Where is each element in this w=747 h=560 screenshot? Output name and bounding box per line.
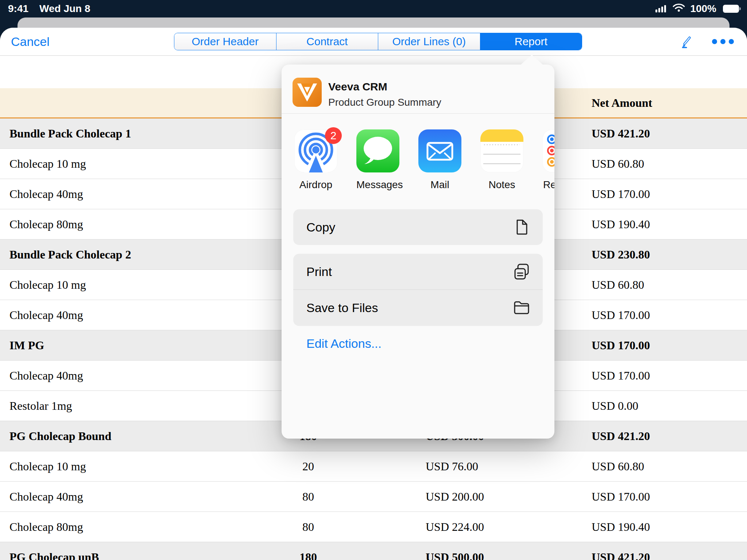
net-amount-cell: USD 421.20 <box>592 421 650 451</box>
cellular-signal-icon <box>655 5 666 12</box>
divider <box>282 113 554 114</box>
net-amount-cell: USD 60.80 <box>592 451 644 481</box>
edit-actions-link[interactable]: Edit Actions... <box>306 337 382 351</box>
mail-icon <box>418 129 461 172</box>
share-targets-row: 2 Airdrop <box>294 129 554 191</box>
more-options-icon[interactable] <box>712 39 734 44</box>
net-amount-cell: USD 170.00 <box>592 482 650 512</box>
messages-icon <box>356 129 399 172</box>
share-target-label: Mail <box>418 179 461 191</box>
net-amount-column-header: Net Amount <box>592 88 652 117</box>
status-bar: 9:41 Wed Jun 8 100% <box>0 0 747 18</box>
amount-cell: USD 500.00 <box>426 542 484 560</box>
net-amount-cell: USD 421.20 <box>592 542 650 560</box>
product-name-cell: Cholecap 40mg <box>9 482 83 512</box>
net-amount-cell: USD 170.00 <box>592 300 650 330</box>
quantity-cell: 80 <box>285 512 332 542</box>
quantity-cell: 180 <box>285 542 332 560</box>
table-row: Cholecap 80mg80USD 224.00USD 190.40 <box>0 512 747 542</box>
status-date: Wed Jun 8 <box>39 3 90 15</box>
share-target-mail[interactable]: Mail <box>418 129 461 191</box>
tab-contract[interactable]: Contract <box>276 33 378 50</box>
status-time: 9:41 <box>8 3 28 15</box>
printer-icon <box>513 263 530 280</box>
share-target-label: Airdrop <box>294 179 337 191</box>
battery-percent: 100% <box>690 3 716 15</box>
amount-cell: USD 76.00 <box>426 451 478 481</box>
battery-icon <box>723 5 739 13</box>
tab-segmented-control: Order Header Contract Order Lines (0) Re… <box>174 33 582 50</box>
product-name-cell: PG Cholecap unB <box>9 542 99 560</box>
share-target-label: Re <box>542 179 554 191</box>
product-name-cell: Cholecap 80mg <box>9 209 83 239</box>
print-button[interactable]: Print <box>293 254 543 289</box>
product-name-cell: Cholecap 10 mg <box>9 270 86 300</box>
tab-order-lines[interactable]: Order Lines (0) <box>378 33 480 50</box>
product-name-cell: Cholecap 80mg <box>9 512 83 542</box>
share-sheet-header: Veeva CRM Product Group Summary <box>282 65 554 113</box>
product-name-cell: Cholecap 10 mg <box>9 149 86 179</box>
share-target-label: Notes <box>480 179 523 191</box>
net-amount-cell: USD 170.00 <box>592 330 650 360</box>
product-name-cell: Restolar 1mg <box>9 391 72 421</box>
product-name-cell: Cholecap 40mg <box>9 300 83 330</box>
net-amount-cell: USD 170.00 <box>592 179 650 209</box>
share-target-reminders[interactable]: Re <box>542 129 554 191</box>
share-document-title: Product Group Summary <box>328 97 441 108</box>
airdrop-badge: 2 <box>325 127 342 144</box>
document-icon <box>513 218 530 236</box>
copy-button[interactable]: Copy <box>293 209 543 245</box>
product-name-cell: Cholecap 40mg <box>9 179 83 209</box>
wifi-icon <box>673 3 685 15</box>
net-amount-cell: USD 421.20 <box>592 118 650 148</box>
tab-report[interactable]: Report <box>480 33 582 50</box>
quantity-cell: 20 <box>285 451 332 481</box>
veeva-crm-app-icon <box>293 78 322 107</box>
copy-label: Copy <box>306 209 335 245</box>
amount-cell: USD 200.00 <box>426 482 484 512</box>
save-to-files-button[interactable]: Save to Files <box>293 290 543 326</box>
product-name-cell: IM PG <box>9 330 44 360</box>
product-name-cell: Cholecap 40mg <box>9 361 83 390</box>
print-save-action-group: Print Save to Files <box>293 254 543 326</box>
amount-cell: USD 224.00 <box>426 512 484 542</box>
copy-action-group: Copy <box>293 209 543 245</box>
net-amount-cell: USD 230.80 <box>592 240 650 269</box>
table-row: Cholecap 10 mg20USD 76.00USD 60.80 <box>0 451 747 482</box>
net-amount-cell: USD 170.00 <box>592 361 650 390</box>
share-target-notes[interactable]: Notes <box>480 129 523 191</box>
share-target-airdrop[interactable]: 2 Airdrop <box>294 129 337 191</box>
product-name-cell: Cholecap 10 mg <box>9 451 86 481</box>
net-amount-cell: USD 190.40 <box>592 209 650 239</box>
table-row: PG Cholecap unB180USD 500.00USD 421.20 <box>0 542 747 560</box>
reminders-icon <box>542 129 554 172</box>
table-row: Cholecap 40mg80USD 200.00USD 170.00 <box>0 482 747 512</box>
net-amount-cell: USD 60.80 <box>592 270 644 300</box>
popover-arrow <box>520 55 543 65</box>
notes-icon <box>480 129 523 172</box>
folder-icon <box>513 299 530 316</box>
quantity-cell: 80 <box>285 482 332 512</box>
nav-bar: Cancel Order Header Contract Order Lines… <box>0 28 747 56</box>
net-amount-cell: USD 0.00 <box>592 391 638 421</box>
product-name-cell: Bundle Pack Cholecap 1 <box>9 118 131 148</box>
net-amount-cell: USD 60.80 <box>592 149 644 179</box>
print-label: Print <box>306 254 332 289</box>
edit-pencil-icon[interactable] <box>680 35 693 48</box>
share-sheet-popover: Veeva CRM Product Group Summary 2 Airdro… <box>282 65 554 439</box>
share-target-label: Messages <box>356 179 399 191</box>
share-target-messages[interactable]: Messages <box>356 129 399 191</box>
share-app-name: Veeva CRM <box>328 81 387 93</box>
tab-order-header[interactable]: Order Header <box>174 33 276 50</box>
product-name-cell: Bundle Pack Cholecap 2 <box>9 240 131 269</box>
product-name-cell: PG Cholecap Bound <box>9 421 111 451</box>
cancel-button[interactable]: Cancel <box>11 28 50 55</box>
save-to-files-label: Save to Files <box>306 290 378 326</box>
net-amount-cell: USD 190.40 <box>592 512 650 542</box>
